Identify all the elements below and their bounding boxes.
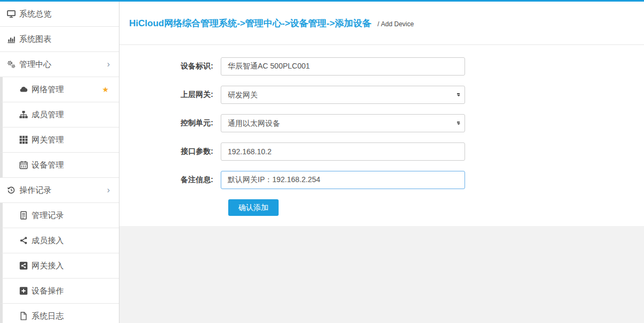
sidebar-item-member-management[interactable]: 成员管理 [0,102,119,127]
file-icon [19,312,28,320]
sidebar-item-label: 设备操作 [32,286,64,296]
interface-params-input[interactable] [221,142,465,161]
history-icon [7,186,16,194]
sidebar-item-system-charts[interactable]: 系统图表 [0,27,119,52]
form-row-remark-info: 备注信息: [119,171,644,189]
upper-gateway-select-wrap: 研发网关 [221,86,465,104]
form-row-upper-gateway: 上层网关: 研发网关 [119,86,644,104]
sidebar-item-label: 系统图表 [19,34,51,44]
sidebar-item-label: 成员管理 [32,110,64,120]
breadcrumb-subtitle: / Add Device [377,20,414,28]
sidebar-item-label: 网关管理 [32,135,64,145]
bar-chart-icon [7,35,16,43]
main-content: HiCloud网络综合管理系统->管理中心->设备管理->添加设备 / Add … [119,2,644,323]
field-label-device-identifier: 设备标识: [119,62,221,71]
field-label-remark-info: 备注信息: [119,175,221,185]
chevron-right-icon: › [107,186,110,194]
breadcrumb: HiCloud网络综合管理系统->管理中心->设备管理->添加设备 / Add … [129,17,414,29]
sidebar-item-label: 操作记录 [19,185,51,196]
share-icon [19,236,28,245]
sidebar-item-label: 网络管理 [32,85,64,95]
form-row-control-unit: 控制单元: 通用以太网设备 [119,114,644,132]
favorite-star-icon[interactable]: ★ [102,86,109,93]
sitemap-icon [19,110,28,119]
grid-icon [19,136,28,144]
sidebar-item-label: 系统日志 [32,311,64,321]
confirm-add-button[interactable]: 确认添加 [228,199,279,216]
sidebar-item-device-operations[interactable]: 设备操作 [0,279,119,304]
desktop-icon [7,10,16,18]
control-unit-select-wrap: 通用以太网设备 [221,114,465,132]
sidebar-item-label: 管理中心 [19,59,51,70]
calendar-icon [19,161,28,169]
sidebar-item-member-access[interactable]: 成员接入 [0,228,119,253]
sidebar-item-label: 系统总览 [19,9,51,19]
sidebar-item-operation-records[interactable]: 操作记录 › [0,178,119,203]
device-identifier-input[interactable] [221,57,465,76]
field-label-control-unit: 控制单元: [119,118,221,128]
sidebar-item-label: 成员接入 [32,236,64,246]
add-device-form: 设备标识: 上层网关: 研发网关 控制单元: 通用以太网设备 接口参数: 备注信… [119,57,644,216]
app-root: 系统总览 系统图表 管理中心 › 网络管理 ★ 成员管理 网关管理 设备管理 [0,0,644,323]
field-label-interface-params: 接口参数: [119,147,221,156]
file-text-icon [19,211,28,220]
gears-icon [7,60,16,69]
cloud-icon [19,85,28,94]
sidebar-item-device-management[interactable]: 设备管理 [0,153,119,178]
content-background [119,226,644,323]
form-row-interface-params: 接口参数: [119,142,644,161]
chevron-right-icon: › [107,60,110,69]
plus-square-icon [19,287,28,295]
sidebar-item-gateway-access[interactable]: 网关接入 [0,253,119,279]
sidebar-item-system-overview[interactable]: 系统总览 [0,2,119,27]
sidebar-item-system-logs[interactable]: 系统日志 [0,304,119,323]
sidebar: 系统总览 系统图表 管理中心 › 网络管理 ★ 成员管理 网关管理 设备管理 [0,2,119,323]
sidebar-item-management-records[interactable]: 管理记录 [0,203,119,228]
control-unit-select[interactable]: 通用以太网设备 [221,114,465,132]
remark-info-input[interactable] [221,171,465,189]
field-label-upper-gateway: 上层网关: [119,90,221,100]
layout: 系统总览 系统图表 管理中心 › 网络管理 ★ 成员管理 网关管理 设备管理 [0,2,644,323]
sidebar-item-label: 网关接入 [32,261,64,271]
sidebar-item-network-management[interactable]: 网络管理 ★ [0,77,119,102]
page-header: HiCloud网络综合管理系统->管理中心->设备管理->添加设备 / Add … [119,2,644,45]
share-square-icon [19,261,28,270]
form-row-device-identifier: 设备标识: [119,57,644,76]
sidebar-item-label: 管理记录 [32,211,64,221]
breadcrumb-title: HiCloud网络综合管理系统->管理中心->设备管理->添加设备 [129,18,371,28]
sidebar-item-label: 设备管理 [32,160,64,170]
add-device-form-panel: 设备标识: 上层网关: 研发网关 控制单元: 通用以太网设备 接口参数: 备注信… [119,45,644,226]
sidebar-item-management-center[interactable]: 管理中心 › [0,52,119,77]
upper-gateway-select[interactable]: 研发网关 [221,86,465,104]
sidebar-item-gateway-management[interactable]: 网关管理 [0,127,119,153]
